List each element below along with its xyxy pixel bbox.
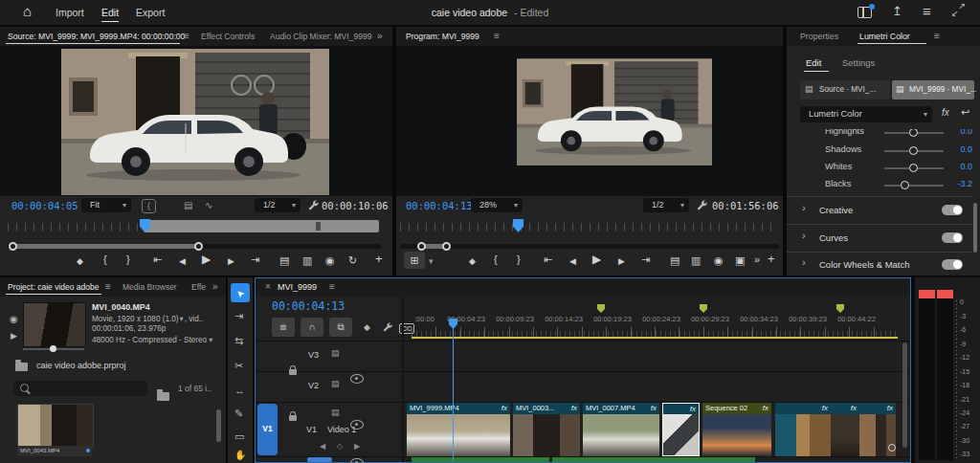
pen-tool-button[interactable]: ✎ bbox=[234, 408, 243, 420]
slider-value[interactable]: 0.0 bbox=[947, 144, 972, 154]
timeline-timecode[interactable]: 00:00:04:13 bbox=[272, 299, 345, 313]
source-zoom-select[interactable]: Fit ▾ bbox=[81, 198, 131, 212]
drag-audio-icon[interactable]: ∿ bbox=[205, 200, 212, 210]
tab-program-monitor[interactable]: Program: MVI_9999 bbox=[406, 32, 479, 41]
comparison-view-button[interactable]: ⊞ bbox=[404, 252, 425, 269]
source-playback-res-select[interactable]: 1/2 ▾ bbox=[255, 198, 301, 212]
slider-value[interactable]: -3.2 bbox=[947, 179, 972, 188]
program-zoom-handle-left[interactable] bbox=[417, 242, 426, 251]
razor-tool-button[interactable]: ✂ bbox=[234, 360, 243, 372]
program-comparison-button[interactable]: ▣ bbox=[735, 254, 745, 267]
timeline-clip-mvi9999[interactable]: MVI_9999.MP4fx bbox=[407, 403, 510, 456]
clip-fx-badge[interactable]: fx bbox=[887, 403, 893, 414]
work-area-bar[interactable] bbox=[412, 337, 898, 339]
program-mark-in-button[interactable]: { bbox=[494, 253, 498, 266]
source-go-to-out-button[interactable]: ⇥ bbox=[251, 253, 259, 266]
source-step-forward-button[interactable]: ▶ bbox=[228, 254, 234, 268]
timeline-clip-selected[interactable]: fx bbox=[662, 403, 700, 456]
preview-audio-chevron-icon[interactable]: ▾ bbox=[209, 336, 212, 344]
slider-value[interactable]: 0.0 bbox=[947, 162, 972, 171]
program-tab-menu-icon[interactable]: ≡ bbox=[494, 31, 500, 41]
clip-fx-badge[interactable]: fx bbox=[822, 403, 828, 414]
meter-clip-indicator-left[interactable] bbox=[919, 290, 935, 298]
source-insert-button[interactable]: ▤ bbox=[279, 254, 289, 267]
program-step-back-button[interactable]: ◀ bbox=[569, 254, 576, 268]
program-time-ruler[interactable] bbox=[400, 223, 779, 232]
color-wheels-enable-toggle[interactable] bbox=[942, 259, 963, 270]
source-zoom-range[interactable] bbox=[13, 244, 199, 249]
section-creative[interactable]: › Creative bbox=[787, 197, 972, 224]
v2-track-lock-icon[interactable] bbox=[289, 415, 297, 421]
clip-fx-badge[interactable]: fx bbox=[571, 403, 577, 414]
source-mark-out-button[interactable]: } bbox=[126, 253, 130, 266]
comparison-view-chevron-icon[interactable]: ▾ bbox=[429, 254, 434, 268]
curves-enable-toggle[interactable] bbox=[942, 232, 963, 243]
audio-clip-1[interactable] bbox=[412, 457, 549, 462]
lumetri-scrollbar[interactable] bbox=[973, 203, 977, 253]
v1-track-name[interactable]: Video 1 bbox=[327, 425, 356, 434]
meter-clip-indicator-right[interactable] bbox=[937, 290, 953, 298]
source-step-back-button[interactable]: ◀ bbox=[179, 254, 186, 268]
v3-track-visibility-toggle[interactable] bbox=[350, 374, 364, 384]
timeline-tab-close-icon[interactable]: × bbox=[265, 281, 271, 292]
source-zoom-handle-left[interactable] bbox=[9, 242, 17, 251]
source-add-marker-button[interactable]: ◆ bbox=[77, 254, 83, 268]
program-play-button[interactable]: ▶ bbox=[592, 253, 601, 266]
tab-properties[interactable]: Properties bbox=[800, 32, 838, 41]
source-overwrite-button[interactable]: ▥ bbox=[302, 254, 312, 267]
timeline-settings-wrench-icon[interactable] bbox=[383, 322, 393, 333]
source-tab-menu-icon[interactable]: ≡ bbox=[184, 31, 189, 41]
lumetri-effect-select[interactable]: Lumetri Color ▾ bbox=[800, 106, 932, 122]
bin-item-thumbnail[interactable] bbox=[17, 404, 94, 448]
slider-track[interactable] bbox=[884, 185, 944, 187]
bin-item-label-bar[interactable]: MVI_0043.MP4 bbox=[17, 446, 92, 456]
program-more-buttons-icon[interactable]: » bbox=[754, 253, 760, 266]
preview-camera-icon[interactable]: ◉ bbox=[10, 314, 18, 324]
timeline-tab-menu-icon[interactable]: ≡ bbox=[329, 281, 335, 292]
program-extract-button[interactable]: ▥ bbox=[691, 254, 701, 267]
v3-sync-lock-icon[interactable]: ▤ bbox=[331, 348, 340, 358]
timeline-clip-mvi0003[interactable]: MVI_0003...fx bbox=[513, 403, 580, 456]
snap-toggle-button[interactable]: ∩ bbox=[301, 318, 323, 337]
v1-keyframe-add-icon[interactable]: ◇ bbox=[337, 442, 343, 451]
timeline-hscroll-handle[interactable] bbox=[307, 457, 332, 462]
timeline-clip-6[interactable]: fx bbox=[831, 403, 859, 456]
drag-video-icon[interactable]: ▤ bbox=[184, 200, 192, 210]
timeline-vscrollbar[interactable] bbox=[902, 342, 907, 448]
safe-margins-icon[interactable]: ( bbox=[142, 199, 156, 213]
source-play-button[interactable]: ▶ bbox=[202, 253, 211, 266]
lumetri-subtab-edit[interactable]: Edit bbox=[806, 57, 821, 68]
program-lift-button[interactable]: ▤ bbox=[670, 254, 679, 267]
source-tabs-overflow-icon[interactable]: » bbox=[377, 31, 383, 41]
program-settings-wrench-icon[interactable] bbox=[697, 200, 708, 211]
v1-source-patch-badge[interactable]: V1 bbox=[257, 404, 278, 455]
timeline-zoom-handle[interactable] bbox=[888, 444, 896, 452]
project-scrollbar[interactable] bbox=[216, 409, 221, 442]
project-tab-menu-icon[interactable]: ≡ bbox=[105, 281, 111, 292]
slip-tool-button[interactable]: ↔ bbox=[234, 385, 245, 396]
program-button-editor-button[interactable]: + bbox=[768, 253, 775, 266]
tab-sequence[interactable]: MVI_9999 bbox=[278, 282, 317, 292]
program-go-to-in-button[interactable]: ⇤ bbox=[544, 253, 552, 266]
source-zoom-handle-right[interactable] bbox=[194, 242, 203, 251]
v1-track-label[interactable]: V1 bbox=[306, 425, 317, 434]
slider-knob[interactable] bbox=[909, 129, 918, 137]
v2-sync-lock-icon[interactable]: ▤ bbox=[331, 379, 340, 388]
program-step-forward-button[interactable]: ▶ bbox=[618, 254, 625, 268]
source-settings-wrench-icon[interactable] bbox=[308, 200, 320, 211]
fullscreen-icon[interactable]: ↗ ↙ bbox=[951, 3, 966, 17]
tab-effects-cut[interactable]: Effe bbox=[191, 282, 206, 292]
v2-track-label[interactable]: V2 bbox=[308, 381, 319, 390]
tab-project[interactable]: Project: caie video adobe bbox=[8, 282, 99, 292]
program-add-marker-button[interactable]: ◆ bbox=[469, 254, 476, 268]
tab-audio-clip-mixer[interactable]: Audio Clip Mixer: MVI_9999 bbox=[270, 32, 372, 41]
timeline-clip-5[interactable]: fx bbox=[775, 403, 831, 456]
preview-format-chevron-icon[interactable]: ▾ bbox=[180, 315, 184, 323]
tab-lumetri-color[interactable]: Lumetri Color bbox=[859, 32, 910, 41]
source-loop-button[interactable]: ↻ bbox=[348, 254, 357, 267]
source-timecode[interactable]: 00:00:04:05 bbox=[11, 200, 78, 211]
v1-keyframe-prev-icon[interactable]: ◀ bbox=[320, 442, 325, 451]
section-curves[interactable]: › Curves bbox=[787, 225, 972, 252]
tab-source-monitor[interactable]: Source: MVI_9999: MVI_9999.MP4: 00:00:00… bbox=[8, 32, 185, 41]
fx-badge-icon[interactable]: fx bbox=[942, 107, 949, 118]
